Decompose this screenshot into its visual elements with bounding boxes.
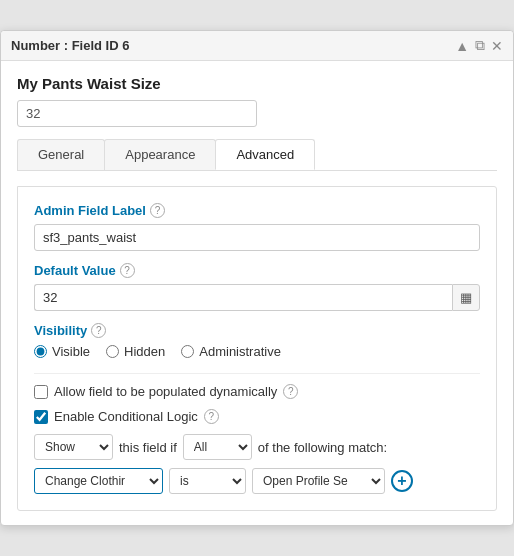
conditional-logic-row: Show Hide this field if All Any of the f… <box>34 434 480 460</box>
visibility-hidden-radio[interactable] <box>106 345 119 358</box>
populate-checkbox-row: Allow field to be populated dynamically … <box>34 384 480 399</box>
match-select[interactable]: All Any <box>183 434 252 460</box>
window-body: My Pants Waist Size General Appearance A… <box>1 61 513 525</box>
default-value-btn[interactable]: ▦ <box>452 284 480 311</box>
tab-advanced[interactable]: Advanced <box>215 139 315 170</box>
conditional-logic-help[interactable]: ? <box>204 409 219 424</box>
field-condition-select[interactable]: Change Clothir <box>34 468 163 494</box>
add-condition-btn[interactable]: + <box>391 470 413 492</box>
visibility-heading: Visibility ? <box>34 323 480 338</box>
populate-checkbox[interactable] <box>34 385 48 399</box>
window: Number : Field ID 6 ▲ ⧉ ✕ My Pants Waist… <box>0 30 514 526</box>
conditions-row: Change Clothir is is not Open Profile Se… <box>34 468 480 494</box>
conditional-logic-checkbox[interactable] <box>34 410 48 424</box>
field-name: My Pants Waist Size <box>17 75 497 92</box>
minimize-icon[interactable]: ▲ <box>455 38 469 54</box>
title-bar: Number : Field ID 6 ▲ ⧉ ✕ <box>1 31 513 61</box>
close-icon[interactable]: ✕ <box>491 38 503 54</box>
visibility-visible-radio[interactable] <box>34 345 47 358</box>
conditional-logic-checkbox-row: Enable Conditional Logic ? <box>34 409 480 424</box>
advanced-tab-content: Admin Field Label ? Default Value ? ▦ Vi… <box>17 186 497 511</box>
populate-help[interactable]: ? <box>283 384 298 399</box>
visibility-administrative[interactable]: Administrative <box>181 344 281 359</box>
admin-field-label-input[interactable] <box>34 224 480 251</box>
visibility-visible[interactable]: Visible <box>34 344 90 359</box>
admin-field-label-help[interactable]: ? <box>150 203 165 218</box>
copy-icon[interactable]: ⧉ <box>475 37 485 54</box>
visibility-administrative-radio[interactable] <box>181 345 194 358</box>
operator-select[interactable]: is is not <box>169 468 246 494</box>
title-bar-actions: ▲ ⧉ ✕ <box>455 37 503 54</box>
default-value-heading: Default Value ? <box>34 263 480 278</box>
field-preview-input[interactable] <box>17 100 257 127</box>
tab-appearance[interactable]: Appearance <box>104 139 216 170</box>
show-select[interactable]: Show Hide <box>34 434 113 460</box>
value-condition-select[interactable]: Open Profile Se <box>252 468 385 494</box>
default-value-input[interactable] <box>34 284 452 311</box>
visibility-hidden[interactable]: Hidden <box>106 344 165 359</box>
visibility-options: Visible Hidden Administrative <box>34 344 480 359</box>
tab-general[interactable]: General <box>17 139 105 170</box>
admin-field-label-heading: Admin Field Label ? <box>34 203 480 218</box>
visibility-help[interactable]: ? <box>91 323 106 338</box>
window-title: Number : Field ID 6 <box>11 38 129 53</box>
tabs: General Appearance Advanced <box>17 139 497 171</box>
default-value-row: ▦ <box>34 284 480 311</box>
default-value-help[interactable]: ? <box>120 263 135 278</box>
divider-1 <box>34 373 480 374</box>
